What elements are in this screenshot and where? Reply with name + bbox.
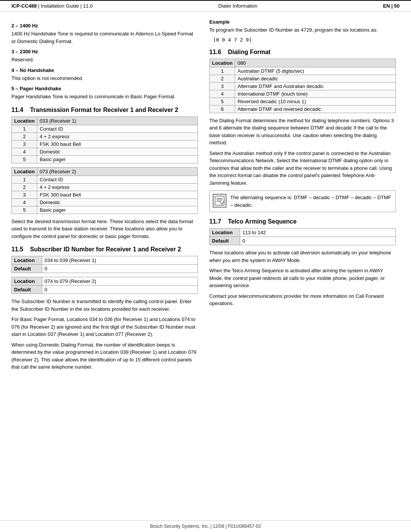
row-text: 4 + 2 express: [37, 183, 198, 191]
section-label: Dialer Information: [218, 3, 258, 9]
row-num: 5: [210, 97, 235, 105]
sub-r1-loc-label: Location: [12, 256, 42, 265]
section-116-number: 11.6: [209, 49, 221, 55]
table-row: 4International DTMF (touch tone): [210, 90, 396, 97]
hz-1400-heading: 2 – 1400 Hz: [11, 23, 198, 29]
right-column: Example To program the Subscriber ID Num…: [209, 19, 396, 513]
table-row: 24 + 2 express: [12, 133, 198, 140]
row-text: Contact ID: [37, 125, 198, 133]
section-114-heading: Transmission Format for Receiver 1 and R…: [30, 107, 178, 113]
row-num: 1: [12, 125, 37, 133]
table-row: 3FSK 300 baud Bell: [12, 191, 198, 198]
dialing-format-table: Location 080 1Australian DTMF (5 digits/…: [209, 59, 396, 113]
page-number: 50: [394, 3, 400, 9]
sub-r2-def-label: Default: [12, 286, 42, 294]
row-num: 5: [12, 206, 37, 214]
no-handshake-body: This option is not recommended.: [11, 75, 198, 82]
section-114-title: 11.4 Transmission Format for Receiver 1 …: [11, 107, 198, 113]
row-num: 2: [12, 133, 37, 140]
row-num: 3: [12, 191, 37, 198]
table-row: 6Alternate DTMF and reversed decadic: [210, 105, 396, 113]
row-num: 3: [12, 140, 37, 148]
section-115-heading: Subscriber ID Number for Receiver 1 and …: [30, 246, 181, 252]
row-num: 2: [210, 75, 235, 82]
footer-text: Bosch Security Systems, Inc. | 12/08 | F…: [150, 524, 261, 529]
row-num: 4: [12, 148, 37, 155]
section-117-heading: Telco Arming Sequence: [228, 218, 296, 225]
row-text: 4 + 2 express: [37, 133, 198, 140]
row-num: 2: [12, 183, 37, 191]
row-num: 5: [12, 155, 37, 163]
section-116-body1: The Dialing Format determines the method…: [209, 117, 396, 147]
pager-handshake-body: Pager Handshake Tone is required to comm…: [11, 93, 198, 101]
table1-loc-value: 033 (Receiver 1): [37, 117, 198, 125]
receiver1-table: Location 033 (Receiver 1) 1Contact ID24 …: [11, 117, 198, 163]
product-name: ICP-CC488: [11, 3, 37, 9]
dial-loc-value: 080: [235, 59, 396, 67]
left-column: 2 – 1400 Hz 1400 Hz Handshake Tone is re…: [11, 19, 198, 513]
table2-loc-value: 073 (Receiver 2): [37, 167, 198, 176]
row-text: Contact ID: [37, 176, 198, 183]
section-115-title: 11.5 Subscriber ID Number for Receiver 1…: [11, 246, 198, 253]
header-separator3: |: [391, 3, 394, 9]
note-text: The alternating sequence is: DTMF – deca…: [230, 194, 392, 209]
table-row: 5Reversed decadic (10 minus 1): [210, 97, 396, 105]
row-num: 3: [210, 82, 235, 90]
table-row: 1Australian DTMF (5 digits/sec): [210, 67, 396, 75]
section-117-title: 11.7 Telco Arming Sequence: [209, 218, 396, 225]
section-114-number: 11.4: [11, 107, 23, 113]
sub-r2-def-value: 0: [42, 286, 198, 294]
doc-type: Installation Guide: [41, 3, 79, 9]
row-num: 4: [12, 198, 37, 206]
table2-loc-label: Location: [12, 167, 37, 176]
section-115-body3: When using Domestic Dialing Format, the …: [11, 341, 198, 371]
hz-1400-body: 1400 Hz Handshake Tone is required to co…: [11, 30, 198, 45]
telco-def-value: 0: [240, 237, 396, 245]
sub-r1-def-value: 0: [42, 265, 198, 273]
table-row: 5Basic pager: [12, 206, 198, 214]
sub-r1-def-label: Default: [12, 265, 42, 273]
page-wrapper: ICP-CC488 | Installation Guide | 11.0 Di…: [0, 0, 411, 532]
section-117-body1: These locations allow you to activate ca…: [209, 249, 396, 264]
row-num: 6: [210, 105, 235, 113]
row-text: FSK 300 baud Bell: [37, 191, 198, 198]
table-row: 4Domestic: [12, 148, 198, 155]
section-117-body2: When the Telco Arming Sequence is activa…: [209, 267, 396, 289]
dial-loc-label: Location: [210, 59, 235, 67]
page-footer: Bosch Security Systems, Inc. | 12/08 | F…: [0, 520, 411, 532]
telco-def-label: Default: [210, 237, 240, 245]
table1-loc-label: Location: [12, 117, 37, 125]
table-row: 1Contact ID: [12, 125, 198, 133]
version: 11.0: [83, 3, 92, 9]
row-text: Alternate DTMF and reversed decadic: [235, 105, 396, 113]
example-heading: Example: [209, 19, 396, 25]
table-row: 1Contact ID: [12, 176, 198, 183]
pager-handshake-heading: 5 – Pager Handshake: [11, 86, 198, 91]
example-code: [0 0 4 7 2 9]: [209, 37, 396, 43]
row-text: Basic pager: [37, 206, 198, 214]
row-text: Reversed decadic (10 minus 1): [235, 97, 396, 105]
row-text: Alternate DTMF and Australian decadic: [235, 82, 396, 90]
example-body: To program the Subscriber ID Number as 4…: [209, 26, 396, 34]
table-row: 24 + 2 express: [12, 183, 198, 191]
subscriber-id-r2-table: Location 074 to 079 (Receiver 2) Default…: [11, 277, 198, 294]
table-row: 5Basic pager: [12, 155, 198, 163]
header-left: ICP-CC488 | Installation Guide | 11.0: [11, 3, 92, 9]
telco-arming-table: Location 113 to 142 Default 0: [209, 228, 396, 245]
row-num: 1: [12, 176, 37, 183]
telco-loc-value: 113 to 142: [240, 228, 396, 237]
sub-r2-loc-label: Location: [12, 277, 42, 286]
sub-r1-loc-value: 034 to 039 (Receiver 1): [42, 256, 198, 265]
note-svg-icon: [214, 195, 225, 206]
telco-loc-label: Location: [210, 228, 240, 237]
hz-2300-body: Reserved.: [11, 56, 198, 64]
table-row: 2Australian decadic: [210, 75, 396, 82]
row-text: Domestic: [37, 198, 198, 206]
table-row: 4Domestic: [12, 198, 198, 206]
hz-2300-heading: 3 – 2300 Hz: [11, 49, 198, 54]
table-row: 3Alternate DTMF and Australian decadic: [210, 82, 396, 90]
receiver2-table: Location 073 (Receiver 2) 1Contact ID24 …: [11, 167, 198, 214]
lang: EN: [383, 3, 390, 9]
section-115-body2: For Basic Pager Format, Locations 034 to…: [11, 316, 198, 338]
sub-r2-loc-value: 074 to 079 (Receiver 2): [42, 277, 198, 286]
